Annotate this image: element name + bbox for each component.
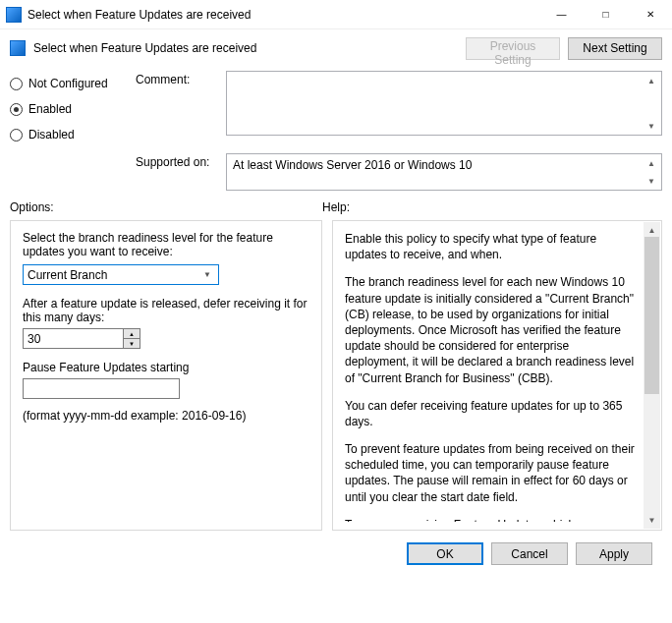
branch-value: Current Branch — [28, 268, 107, 282]
minimize-button[interactable]: — — [539, 0, 584, 28]
state-radio-group: Not Configured Enabled Disabled — [10, 71, 118, 147]
defer-label: After a feature update is released, defe… — [23, 297, 309, 324]
spin-up-icon[interactable]: ▲ — [123, 329, 140, 339]
scroll-down-icon[interactable]: ▼ — [644, 173, 659, 189]
radio-label: Enabled — [28, 102, 72, 116]
options-panel: Select the branch readiness level for th… — [10, 220, 322, 531]
policy-title: Select when Feature Updates are received — [33, 41, 256, 55]
radio-not-configured[interactable]: Not Configured — [10, 71, 118, 96]
options-heading: Options: — [10, 200, 322, 214]
help-p: To prevent feature updates from being re… — [345, 441, 636, 505]
cancel-button[interactable]: Cancel — [491, 542, 568, 565]
radio-label: Disabled — [28, 128, 75, 142]
apply-button[interactable]: Apply — [576, 542, 652, 565]
format-hint: (format yyyy-mm-dd example: 2016-09-16) — [23, 409, 309, 423]
supported-label: Supported on: — [136, 153, 214, 191]
defer-days-stepper[interactable]: 30 ▲ ▼ — [23, 328, 140, 349]
scroll-up-icon[interactable]: ▲ — [644, 73, 659, 88]
radio-label: Not Configured — [28, 77, 108, 90]
next-setting-button[interactable]: Next Setting — [568, 37, 662, 60]
branch-label: Select the branch readiness level for th… — [23, 231, 309, 258]
ok-button[interactable]: OK — [407, 542, 483, 565]
dialog-footer: OK Cancel Apply — [10, 542, 662, 565]
scroll-up-icon[interactable]: ▲ — [644, 222, 660, 239]
help-panel: Enable this policy to specify what type … — [332, 220, 662, 531]
supported-value: At least Windows Server 2016 or Windows … — [233, 158, 472, 172]
close-button[interactable]: ✕ — [628, 0, 672, 28]
scroll-up-icon[interactable]: ▲ — [644, 155, 659, 171]
help-heading: Help: — [322, 200, 350, 214]
pause-date-field[interactable] — [23, 378, 180, 399]
radio-icon — [10, 129, 23, 142]
help-p: You can defer receiving feature updates … — [345, 398, 636, 429]
comment-field[interactable]: ▲ ▼ — [226, 71, 662, 136]
scrollbar-thumb[interactable] — [644, 237, 659, 394]
app-icon — [6, 7, 22, 23]
policy-icon — [10, 40, 26, 56]
window-title: Select when Feature Updates are received — [28, 8, 251, 22]
radio-enabled[interactable]: Enabled — [10, 96, 118, 122]
previous-setting-button[interactable]: Previous Setting — [466, 37, 560, 60]
help-p: To resume receiving Feature Updates whic… — [345, 517, 636, 522]
defer-value: 30 — [28, 332, 40, 346]
help-text: Enable this policy to specify what type … — [345, 231, 653, 522]
comment-label: Comment: — [136, 71, 214, 147]
scroll-down-icon[interactable]: ▼ — [644, 118, 659, 134]
radio-disabled[interactable]: Disabled — [10, 122, 118, 147]
policy-header: Select when Feature Updates are received… — [0, 29, 672, 67]
branch-select[interactable]: Current Branch ▼ — [23, 264, 219, 285]
radio-icon — [10, 78, 23, 90]
chevron-down-icon: ▼ — [198, 265, 216, 284]
maximize-button[interactable]: □ — [584, 0, 628, 28]
spin-down-icon[interactable]: ▼ — [123, 339, 140, 348]
titlebar: Select when Feature Updates are received… — [0, 0, 672, 29]
help-p: The branch readiness level for each new … — [345, 274, 636, 385]
supported-field: At least Windows Server 2016 or Windows … — [226, 153, 662, 191]
scroll-down-icon[interactable]: ▼ — [644, 512, 660, 529]
radio-icon — [10, 103, 23, 116]
pause-label: Pause Feature Updates starting — [23, 361, 309, 374]
help-p: Enable this policy to specify what type … — [345, 231, 636, 262]
